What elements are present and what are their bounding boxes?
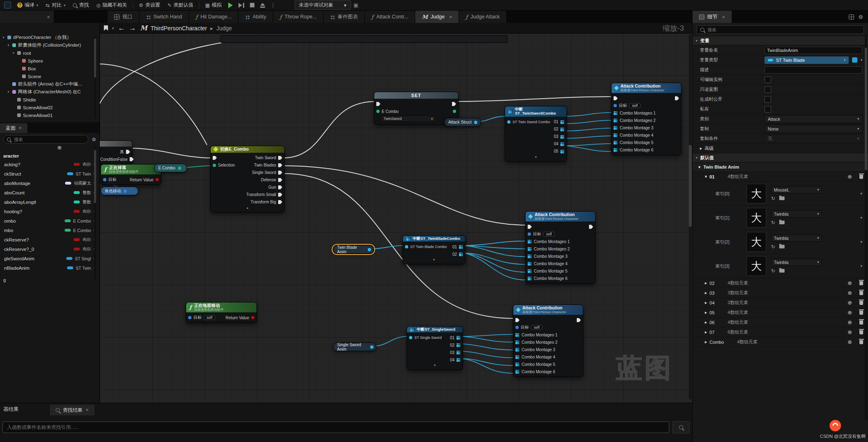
tab-switch-hand[interactable]: Switch Hand bbox=[139, 11, 189, 23]
array-pin[interactable] bbox=[528, 262, 532, 266]
use-selected-icon[interactable]: ↻ bbox=[771, 268, 775, 274]
component-row[interactable]: ▾网格体 (CharacterMesh0) 在C bbox=[0, 88, 99, 96]
component-row[interactable]: Box bbox=[0, 65, 99, 72]
array-pin[interactable] bbox=[560, 142, 564, 146]
forward-button[interactable]: → bbox=[129, 24, 136, 32]
variable-row[interactable]: ckReserve?_0布尔▿ bbox=[0, 244, 99, 254]
tab-details[interactable]: 细节 × bbox=[693, 11, 732, 23]
browse-icon[interactable] bbox=[779, 245, 785, 248]
add-element-icon[interactable]: ⊕ bbox=[848, 280, 852, 286]
object-pin[interactable] bbox=[188, 316, 191, 319]
array-pin[interactable] bbox=[456, 350, 461, 354]
object-pin[interactable] bbox=[124, 189, 127, 193]
node-e-combo-variable[interactable]: E Combo bbox=[154, 164, 187, 172]
add-element-icon[interactable]: ⊕ bbox=[848, 290, 852, 296]
array-pin[interactable] bbox=[456, 358, 461, 362]
replication-dropdown[interactable]: None▾ bbox=[765, 125, 862, 133]
trash-icon[interactable] bbox=[859, 175, 863, 179]
struct-pin[interactable] bbox=[507, 120, 510, 124]
variable-row[interactable]: aboArrayLengtl整数▿ bbox=[0, 197, 99, 207]
chevron-down-icon[interactable]: ▾ bbox=[860, 264, 862, 268]
variable-row[interactable]: aboCount整数▿ bbox=[0, 188, 99, 197]
array-pin[interactable] bbox=[459, 245, 463, 249]
bookmark-icon[interactable] bbox=[104, 25, 108, 31]
array-pin[interactable] bbox=[614, 126, 618, 130]
anim-thumbnail[interactable] bbox=[747, 208, 766, 228]
variable-row[interactable]: hooting?布尔▿ bbox=[0, 207, 99, 216]
frame-skip-button[interactable] bbox=[238, 3, 244, 8]
debug-object-dropdown[interactable]: 未选中调试对象 ▾ bbox=[295, 0, 351, 10]
close-icon[interactable]: × bbox=[47, 14, 50, 20]
chevron-down-icon[interactable]: ▾ bbox=[860, 216, 862, 220]
trash-icon[interactable] bbox=[859, 311, 863, 315]
exec-pin[interactable] bbox=[614, 96, 618, 100]
tab-attack-contribution[interactable]: ƒ Attack Contr... bbox=[365, 11, 415, 23]
collapse-chevron-icon[interactable]: ▾ bbox=[403, 258, 465, 263]
array-pin[interactable] bbox=[528, 276, 532, 280]
self-pin-value[interactable]: self bbox=[629, 103, 641, 108]
enum-pin[interactable] bbox=[453, 110, 456, 113]
close-icon[interactable]: × bbox=[449, 14, 452, 20]
array-pin[interactable] bbox=[528, 247, 532, 251]
self-pin-value[interactable]: self bbox=[543, 232, 555, 237]
find-in-blueprint-input[interactable] bbox=[2, 422, 669, 433]
array-pin[interactable] bbox=[528, 254, 532, 258]
tab-throw-rope[interactable]: ƒ Throw Rope... bbox=[273, 11, 324, 23]
use-selected-icon[interactable]: ↻ bbox=[771, 196, 775, 201]
tab-judge-attack[interactable]: ƒ Judge Attack bbox=[459, 11, 506, 23]
add-element-icon[interactable]: ⊕ bbox=[848, 309, 852, 316]
details-scrollbar[interactable] bbox=[865, 35, 867, 420]
exec-pin[interactable] bbox=[589, 225, 593, 229]
bool-pin[interactable] bbox=[251, 316, 254, 319]
self-pin-value[interactable]: self bbox=[204, 315, 215, 320]
find-results-tab[interactable]: 查找结果 × bbox=[50, 405, 94, 415]
add-element-icon[interactable]: ⊕ bbox=[848, 174, 852, 180]
array-row-04[interactable]: ▸ 04 3数组元素 ⊕ bbox=[693, 298, 868, 308]
chevron-down-icon[interactable]: ▾ bbox=[861, 58, 862, 62]
variable-row[interactable]: nBladeAnimST Twin▿ bbox=[0, 263, 99, 273]
array-pin[interactable] bbox=[515, 333, 519, 337]
close-icon[interactable]: × bbox=[19, 125, 22, 131]
variable-name-input[interactable] bbox=[765, 47, 862, 54]
array-pin[interactable] bbox=[614, 111, 618, 115]
exec-pin[interactable] bbox=[278, 163, 282, 167]
array-pin[interactable] bbox=[614, 148, 618, 152]
more-options-icon[interactable]: ⋮ bbox=[270, 2, 276, 8]
use-selected-icon[interactable]: ↻ bbox=[771, 244, 775, 250]
array-pin[interactable] bbox=[614, 140, 618, 144]
asset-dropdown[interactable]: Twinbla▾ bbox=[771, 235, 822, 242]
breadcrumb-current[interactable]: Judge bbox=[216, 25, 232, 32]
node-character-movement-variable[interactable]: 角色移动 bbox=[101, 187, 138, 195]
object-pin[interactable] bbox=[614, 104, 617, 107]
components-panel-tab[interactable]: × bbox=[0, 11, 54, 23]
enum-pin[interactable] bbox=[213, 164, 216, 167]
node-break-twin-blade-combo[interactable]: 中断ST_TwinBladeCombo ST Twin Blade Combo … bbox=[403, 235, 465, 264]
struct-pin[interactable] bbox=[409, 336, 412, 339]
component-row[interactable]: Scene bbox=[0, 72, 99, 80]
simulate-button[interactable]: ▦ 模拟 bbox=[201, 0, 225, 10]
enum-value-dropdown[interactable]: TwinSword▾ bbox=[381, 115, 436, 122]
add-element-icon[interactable]: ⊕ bbox=[848, 339, 852, 345]
component-row[interactable]: SceneAllow01 bbox=[0, 111, 99, 119]
section-default-value[interactable]: ▾ 默认值 bbox=[693, 153, 868, 162]
tab-hit-damage[interactable]: ƒ Hit Damage... bbox=[189, 11, 238, 23]
components-scrollbar[interactable] bbox=[94, 37, 96, 119]
array-pin[interactable] bbox=[515, 355, 519, 359]
diff-button[interactable]: ⇆ 对比 ▾ bbox=[42, 0, 70, 10]
node-break-twin-sword-combo[interactable]: 中断ST_TwinSwordCombo ST Twin Sword Combo … bbox=[505, 106, 567, 162]
find-button[interactable]: 查找 bbox=[69, 0, 92, 10]
array-row-05[interactable]: ▸ 05 4数组元素 ⊕ bbox=[693, 308, 868, 318]
debug-browse-icon[interactable]: ▣ bbox=[353, 2, 358, 8]
enum-pin[interactable] bbox=[178, 167, 181, 170]
bool-pin[interactable] bbox=[155, 178, 159, 181]
array-pin[interactable] bbox=[614, 118, 618, 122]
struct-pin[interactable] bbox=[405, 245, 408, 248]
browse-icon[interactable] bbox=[779, 221, 785, 224]
asset-dropdown[interactable]: Twinbla▾ bbox=[771, 259, 822, 266]
expose-on-spawn-checkbox[interactable] bbox=[765, 96, 771, 103]
collapse-chevron-icon[interactable]: ▾ bbox=[407, 363, 463, 368]
description-input[interactable] bbox=[765, 66, 862, 74]
array-pin[interactable] bbox=[456, 343, 461, 347]
variable-row[interactable]: ckStructST Twin▿ bbox=[0, 169, 99, 178]
node-branch[interactable]: 真 Condition False bbox=[100, 140, 133, 165]
